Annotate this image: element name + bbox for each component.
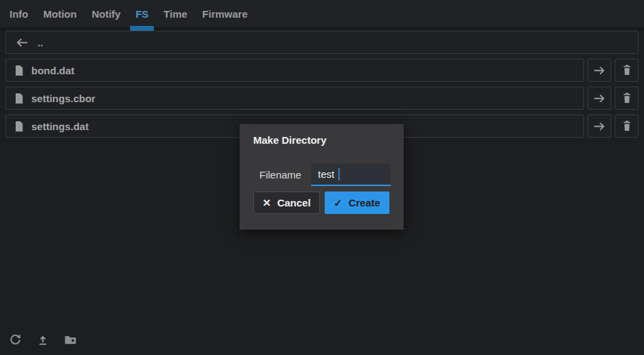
file-open-button[interactable]: [587, 59, 611, 82]
upload-icon: [37, 334, 49, 346]
file-open-button[interactable]: [587, 87, 611, 110]
trash-icon: [622, 64, 632, 76]
file-row: settings.cbor: [5, 87, 639, 110]
new-folder-button[interactable]: [64, 334, 77, 345]
text-caret: [338, 168, 340, 181]
checkmark-icon: ✓: [334, 197, 342, 209]
file-delete-button[interactable]: [615, 114, 639, 138]
bottom-toolbar: [9, 333, 77, 346]
file-entry-settings-cbor[interactable]: settings.cbor: [5, 87, 584, 110]
tab-firmware[interactable]: Firmware: [202, 0, 248, 27]
dialog-buttons: ✕ Cancel ✓ Create: [253, 191, 390, 214]
arrow-right-icon: [593, 121, 606, 132]
file-browser: .. bond.dat: [0, 31, 644, 138]
filename-input[interactable]: [311, 164, 391, 186]
trash-icon: [622, 120, 632, 132]
file-row: bond.dat: [5, 59, 639, 82]
tab-info[interactable]: Info: [10, 0, 29, 27]
file-icon: [14, 93, 24, 104]
new-folder-icon: [64, 334, 77, 345]
refresh-button[interactable]: [9, 333, 22, 346]
filename-input-wrap: [311, 164, 391, 186]
parent-directory-label: ..: [37, 37, 43, 48]
tab-time[interactable]: Time: [163, 0, 187, 27]
file-name: settings.dat: [31, 121, 88, 132]
arrow-right-icon: [593, 65, 606, 76]
close-icon: ✕: [263, 197, 272, 209]
file-delete-button[interactable]: [615, 87, 639, 110]
refresh-icon: [9, 333, 22, 346]
tab-fs[interactable]: FS: [135, 0, 148, 27]
file-open-button[interactable]: [587, 114, 611, 138]
filename-label: Filename: [259, 169, 311, 181]
tab-notify[interactable]: Notify: [92, 0, 121, 27]
arrow-right-icon: [593, 93, 606, 104]
file-icon: [14, 121, 24, 132]
file-entry-bond-dat[interactable]: bond.dat: [5, 59, 584, 82]
top-navbar: Info Motion Notify FS Time Firmware: [0, 0, 644, 27]
trash-icon: [622, 92, 632, 104]
upload-button[interactable]: [37, 334, 49, 346]
back-arrow-icon: [15, 37, 29, 48]
create-button[interactable]: ✓ Create: [325, 191, 389, 214]
cancel-button-label: Cancel: [277, 197, 310, 209]
parent-directory-row[interactable]: ..: [5, 31, 639, 54]
file-name: settings.cbor: [31, 93, 95, 104]
file-name: bond.dat: [31, 65, 74, 76]
create-button-label: Create: [349, 197, 381, 209]
tab-motion[interactable]: Motion: [44, 0, 77, 27]
cancel-button[interactable]: ✕ Cancel: [253, 191, 320, 214]
file-icon: [14, 65, 24, 76]
file-delete-button[interactable]: [615, 59, 639, 82]
dialog-title: Make Directory: [253, 134, 390, 146]
filename-form-row: Filename: [253, 164, 390, 186]
make-directory-dialog: Make Directory Filename ✕ Cancel ✓ Creat…: [240, 124, 404, 230]
